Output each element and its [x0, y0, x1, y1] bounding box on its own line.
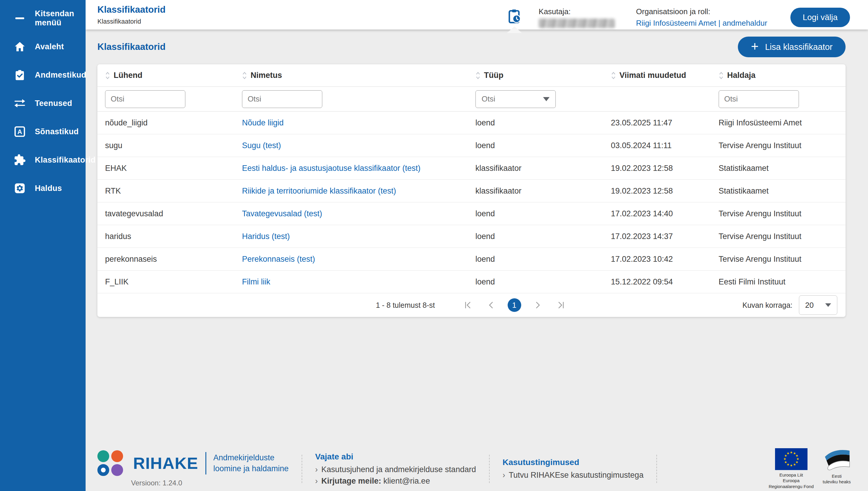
terms-link[interactable]: › Tutvu RIHAKEse kasutustingimustega [502, 471, 644, 480]
sidebar-item-label: Andmestikud [35, 70, 86, 80]
dot-teal [97, 450, 109, 462]
user-label: Kasutaja: [539, 7, 615, 16]
select-placeholder: Otsi [482, 94, 495, 104]
classifier-link[interactable]: Nõude liigid [242, 118, 284, 127]
rihake-dots-logo [97, 450, 123, 476]
column-header-luhend[interactable]: Lühend [97, 71, 234, 80]
cell-muudetud: 19.02.2023 12:58 [603, 164, 711, 173]
cell-luhend: perekonnaseis [97, 255, 234, 264]
table-row: perekonnaseis Perekonnaseis (test) loend… [97, 248, 845, 270]
table-row: nõude_liigid Nõude liigid loend 23.05.20… [97, 112, 845, 134]
table-row: sugu Sugu (test) loend 03.05.2024 11:11 … [97, 134, 845, 157]
cell-luhend: RTK [97, 186, 234, 196]
terms-section: Kasutustingimused › Tutvu RIHAKEse kasut… [502, 458, 644, 480]
sidebar-item-klassifikaatorid[interactable]: Klassifikaatorid [0, 146, 86, 174]
cell-luhend: F_LIIK [97, 277, 234, 287]
sidebar-item-andmestikud[interactable]: Andmestikud [0, 61, 86, 89]
page-size-value: 20 [805, 301, 814, 310]
version-label: Versioon: 1.24.0 [131, 479, 289, 487]
sidebar-item-haldus[interactable]: Haldus [0, 174, 86, 202]
chevron-down-icon [825, 304, 831, 307]
sidebar-item-sonastikud[interactable]: A Sõnastikud [0, 117, 86, 146]
cell-tyyp: loend [468, 118, 603, 127]
sidebar-item-collapse-menu[interactable]: Kitsendan menüü [0, 4, 86, 32]
filter-luhend-input[interactable] [105, 90, 185, 108]
cell-luhend: sugu [97, 141, 234, 150]
sidebar-item-label: Klassifikaatorid [35, 155, 96, 165]
first-page-button[interactable] [462, 299, 474, 312]
classifier-link[interactable]: Tavategevusalad (test) [242, 209, 322, 218]
cell-muudetud: 17.02.2023 14:40 [603, 209, 711, 219]
puzzle-icon [13, 153, 27, 167]
cell-tyyp: klassifikaator [468, 186, 603, 196]
classifier-link[interactable]: Filmi liik [242, 277, 270, 286]
transfer-arrows-icon [13, 96, 27, 110]
cell-haldaja: Tervise Arengu Instituut [711, 232, 845, 241]
eu-flag-icon: ★★★ ★★★ ★★★ ★★★ [775, 448, 808, 470]
cell-haldaja: Tervise Arengu Instituut [711, 141, 845, 150]
column-header-nimetus[interactable]: Nimetus [234, 71, 468, 80]
svg-text:★: ★ [793, 463, 796, 466]
last-page-button[interactable] [554, 299, 567, 312]
chevron-right-icon [533, 301, 542, 310]
column-label: Lühend [114, 71, 142, 80]
sidebar-item-avaleht[interactable]: Avaleht [0, 32, 86, 61]
help-email-link[interactable]: › Kirjutage meile: klient@ria.ee [315, 476, 476, 486]
add-classifier-button[interactable]: + Lisa klassifikaator [738, 36, 845, 57]
org-role-link[interactable]: Riigi Infosüsteemi Amet | andmehaldur [636, 19, 768, 28]
classifier-link[interactable]: Riikide ja territooriumide klassifikaato… [242, 186, 396, 195]
column-header-viimati-muudetud[interactable]: Viimati muudetud [603, 71, 711, 80]
cell-tyyp: klassifikaator [468, 164, 603, 173]
classifier-link[interactable]: Perekonnaseis (test) [242, 255, 315, 263]
column-header-haldaja[interactable]: Haldaja [711, 71, 845, 80]
cell-muudetud: 15.12.2022 09:54 [603, 277, 711, 287]
topbar: Klassifikaatorid Klassifikaatorid Kasuta… [86, 0, 868, 30]
current-page-button[interactable]: 1 [508, 298, 521, 312]
logout-button[interactable]: Logi välja [790, 8, 850, 27]
cell-muudetud: 23.05.2025 11:47 [603, 118, 711, 127]
pagination-bar: 1 - 8 tulemust 8-st 1 [97, 293, 845, 317]
classifier-link[interactable]: Eesti haldus- ja asustusjaotuse klassifi… [242, 164, 421, 173]
results-summary: 1 - 8 tulemust 8-st [376, 301, 435, 310]
cell-haldaja: Tervise Arengu Instituut [711, 255, 845, 264]
estonia-flag-swoosh-icon [822, 448, 851, 471]
cell-tyyp: loend [468, 255, 603, 264]
help-heading-link[interactable]: Vajate abi [315, 452, 476, 461]
user-block: Kasutaja: [539, 7, 615, 28]
brand-name: RIHAKE [133, 454, 198, 473]
table-row: F_LIIK Filmi liik loend 15.12.2022 09:54… [97, 270, 845, 293]
next-page-button[interactable] [531, 299, 544, 312]
ee-logo-caption: Eesti tuleviku heaks [822, 473, 850, 485]
filter-haldaja-input[interactable] [719, 90, 799, 108]
brand-tagline: Andmekirjelduste loomine ja haldamine [213, 452, 289, 474]
dictionary-icon: A [13, 125, 27, 138]
sidebar-item-label: Haldus [35, 184, 62, 193]
classifiers-table-card: Lühend Nimetus Tüüp Viimati muudetud [97, 64, 845, 317]
classifier-link[interactable]: Haridus (test) [242, 232, 290, 241]
filter-nimetus-input[interactable] [242, 90, 322, 108]
tasks-history-button[interactable] [507, 8, 522, 26]
column-header-tyyp[interactable]: Tüüp [468, 71, 603, 80]
org-label: Organisatsioon ja roll: [636, 7, 768, 16]
last-page-icon [556, 301, 565, 310]
footer-divider [656, 455, 657, 483]
cell-luhend: nõude_liigid [97, 118, 234, 127]
column-label: Tüüp [484, 71, 503, 80]
page-size-select[interactable]: 20 [799, 295, 837, 315]
help-section: Vajate abi › Kasutusjuhend ja andmekirje… [315, 452, 476, 486]
sidebar-item-teenused[interactable]: Teenused [0, 89, 86, 117]
cell-tyyp: loend [468, 141, 603, 150]
terms-heading-link[interactable]: Kasutustingimused [502, 458, 644, 467]
tooltip-arrow [507, 27, 522, 33]
cell-luhend: tavategevusalad [97, 209, 234, 219]
previous-page-button[interactable] [485, 299, 498, 312]
sort-icon [105, 71, 110, 80]
footer-divider [489, 455, 490, 483]
filter-tyyp-select[interactable]: Otsi [475, 90, 556, 108]
classifier-link[interactable]: Sugu (test) [242, 141, 281, 150]
cell-haldaja: Statistikaamet [711, 164, 845, 173]
help-manual-link[interactable]: › Kasutusjuhend ja andmekirjelduse stand… [315, 465, 476, 474]
sort-icon [719, 71, 724, 80]
footer-divider [301, 455, 302, 483]
svg-text:A: A [18, 128, 22, 136]
